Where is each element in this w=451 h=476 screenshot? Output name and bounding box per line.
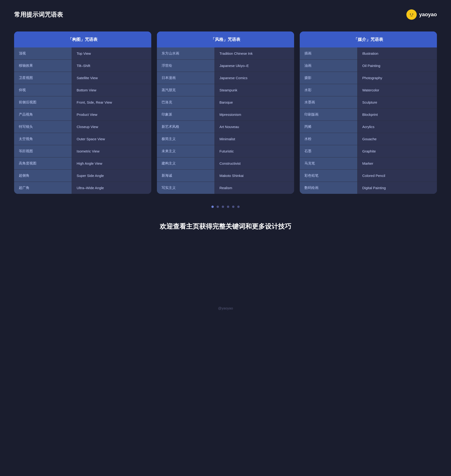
cell-english: Realism [215,182,294,194]
cell-english: Tradition Chinese Ink [215,47,294,59]
cell-english: Gouache [357,133,437,145]
cell-chinese: 水墨画 [300,96,357,108]
table-row: 水粉Gouache [300,133,437,145]
table-row: 蒸汽朋克Steampunk [157,84,294,96]
pagination-dot-2[interactable] [222,206,224,208]
pagination-dot-4[interactable] [232,206,234,208]
cell-chinese: 高角度视图 [14,157,72,169]
cell-english: Baroque [215,96,294,108]
cell-english: Front, Side, Rear View [72,96,151,108]
table-row: 移轴效果Tilt–Shift [14,60,151,72]
cell-english: Japanese Ukiyo–E [215,60,294,72]
cta-text: 欢迎查看主页获得完整关键词和更多设计技巧 [14,222,437,231]
table-body-style: 东方山水画Tradition Chinese Ink浮世绘Japanese Uk… [157,47,294,194]
cell-english: Isometric View [72,145,151,157]
cell-chinese: 产品视角 [14,109,72,120]
cell-english: Constructivist [215,157,294,169]
logo-area: yaoyao [406,9,437,20]
page-title: 常用提示词咒语表 [14,11,63,19]
table-row: 东方山水画Tradition Chinese Ink [157,47,294,59]
pagination-dot-1[interactable] [217,206,219,208]
cell-chinese: 新海诚 [157,170,214,182]
cell-chinese: 蒸汽朋克 [157,84,214,96]
pagination-dot-5[interactable] [237,206,240,208]
table-row: 未来主义Futuristic [157,145,294,157]
table-row: 建构主义Constructivist [157,157,294,169]
table-row: 卫星视图Satellite View [14,72,151,84]
cell-chinese: 太空视角 [14,133,72,145]
table-row: 超侧角Super Side Angle [14,170,151,182]
table-row: 仰视Bottom View [14,84,151,96]
cell-english: Product View [72,109,151,120]
cell-chinese: 卫星视图 [14,72,72,84]
cell-chinese: 东方山水画 [157,47,214,59]
cell-english: Sculpture [357,96,437,108]
cell-english: Acrylics [357,121,437,133]
table-row: 马克笔Marker [300,157,437,169]
cell-english: Mpressionism [215,109,294,120]
svg-point-2 [412,14,413,15]
table-header-style: 「风格」咒语表 [157,31,294,47]
table-row: 油画Oil Painting [300,60,437,72]
table-row: 日本漫画Japanese Comics [157,72,294,84]
table-row: 超广角Ultra–Wide Angle [14,182,151,194]
cell-english: High Angle View [72,157,151,169]
cell-chinese: 顶视 [14,47,72,59]
cell-english: Makoto Shinkai [215,170,294,182]
logo-icon [406,9,417,20]
cell-chinese: 数码绘画 [300,182,357,194]
table-row: 新艺术风格Art Nouveau [157,121,294,133]
table-card-composition: 「构图」咒语表顶视Top View移轴效果Tilt–Shift卫星视图Satel… [14,31,151,194]
cell-chinese: 写实主义 [157,182,214,194]
table-header-composition: 「构图」咒语表 [14,31,151,47]
cell-chinese: 超广角 [14,182,72,194]
cell-chinese: 水彩 [300,84,357,96]
cell-chinese: 建构主义 [157,157,214,169]
cell-english: Top View [72,47,151,59]
cell-english: Digital Painting [357,182,437,194]
tables-container: 「构图」咒语表顶视Top View移轴效果Tilt–Shift卫星视图Satel… [14,31,437,194]
cell-english: Illustration [357,47,437,59]
cell-english: Ultra–Wide Angle [72,182,151,194]
cell-english: Oil Painting [357,60,437,72]
cell-chinese: 印象派 [157,109,214,120]
table-row: 印象派Mpressionism [157,109,294,120]
cell-chinese: 巴洛克 [157,96,214,108]
table-row: 前侧后视图Front, Side, Rear View [14,96,151,108]
cell-english: Marker [357,157,437,169]
page-header: 常用提示词咒语表 yaoyao [14,9,437,20]
table-row: 丙烯Acrylics [300,121,437,133]
cell-chinese: 水粉 [300,133,357,145]
table-body-composition: 顶视Top View移轴效果Tilt–Shift卫星视图Satellite Vi… [14,47,151,194]
table-card-medium: 「媒介」咒语表插画Illustration油画Oil Painting摄影Pho… [300,31,437,194]
cell-english: Satellite View [72,72,151,84]
cell-chinese: 移轴效果 [14,60,72,72]
cell-english: Photography [357,72,437,84]
table-row: 浮世绘Japanese Ukiyo–E [157,60,294,72]
cell-english: Futuristic [215,145,294,157]
table-row: 数码绘画Digital Painting [300,182,437,194]
cell-chinese: 前侧后视图 [14,96,72,108]
footer: @yaoyao [14,297,437,315]
cell-chinese: 特写镜头 [14,121,72,133]
pagination-dot-3[interactable] [227,206,229,208]
table-card-style: 「风格」咒语表东方山水画Tradition Chinese Ink浮世绘Japa… [157,31,294,194]
table-row: 巴洛克Baroque [157,96,294,108]
table-row: 顶视Top View [14,47,151,59]
table-header-medium: 「媒介」咒语表 [300,31,437,47]
cell-chinese: 极简主义 [157,133,214,145]
cell-chinese: 马克笔 [300,157,357,169]
cta-section: 欢迎查看主页获得完整关键词和更多设计技巧 [14,222,437,231]
cell-chinese: 丙烯 [300,121,357,133]
pagination-dot-0[interactable] [211,206,214,208]
cell-chinese: 彩色铅笔 [300,170,357,182]
cell-english: Super Side Angle [72,170,151,182]
table-body-medium: 插画Illustration油画Oil Painting摄影Photograph… [300,47,437,194]
cell-chinese: 超侧角 [14,170,72,182]
table-row: 太空视角Outer Space View [14,133,151,145]
table-row: 水彩Watercolor [300,84,437,96]
table-row: 极简主义Minimalist [157,133,294,145]
table-row: 摄影Photography [300,72,437,84]
cell-english: Art Nouveau [215,121,294,133]
cell-english: Colored Pencil [357,170,437,182]
